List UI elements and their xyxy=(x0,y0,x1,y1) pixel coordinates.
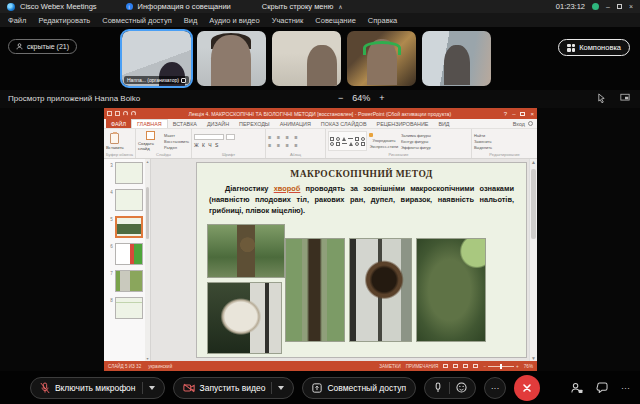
zoom-in-button[interactable]: + xyxy=(379,93,384,103)
save-icon[interactable] xyxy=(115,111,120,116)
shapes-gallery[interactable] xyxy=(328,131,367,151)
font-size-box[interactable] xyxy=(226,134,235,140)
font-format-buttons[interactable]: Ж К Ч S xyxy=(194,142,235,148)
remote-control-icon[interactable] xyxy=(597,93,606,103)
new-slide-button[interactable]: Создать слайд xyxy=(138,131,162,151)
slideshow-view-icon[interactable] xyxy=(473,364,478,368)
participant-video[interactable] xyxy=(347,31,416,86)
layout-menu[interactable]: Макет xyxy=(164,133,189,138)
menu-item-participant[interactable]: Участник xyxy=(272,16,304,25)
find-button[interactable]: Найти xyxy=(474,133,492,138)
powerpoint-window: Лекція 4. МАКРОСКОПІЧНІ ТА БІОЛОГІЧНІ МЕ… xyxy=(104,108,537,371)
minimize-button[interactable]: – xyxy=(606,3,610,10)
current-slide[interactable]: МАКРОСКОПІЧНИЙ МЕТОД Діагностику хвороб … xyxy=(196,162,527,358)
close-button[interactable]: × xyxy=(629,3,633,10)
tab-transitions[interactable]: ПЕРЕХОДЫ xyxy=(234,119,275,128)
font-name-box[interactable] xyxy=(194,134,224,140)
hidden-participants-button[interactable]: скрытые (21) xyxy=(8,39,77,54)
participant-video[interactable] xyxy=(272,31,341,86)
quick-styles-button[interactable]: Экспресс-стили xyxy=(369,144,399,149)
notes-button[interactable]: ЗАМЕТКИ xyxy=(379,364,401,369)
zoom-level[interactable]: 64% xyxy=(352,93,370,103)
menu-item-file[interactable]: Файл xyxy=(8,16,26,25)
video-options-chevron-icon[interactable] xyxy=(278,386,284,390)
meeting-timer: 01:23:12 xyxy=(556,2,585,11)
list-buttons[interactable]: ≡ ≡ ≡ ≡ xyxy=(268,134,299,140)
ribbon-group-slides: Создать слайд Макет Восстановить Раздел … xyxy=(136,129,192,158)
fullscreen-icon[interactable] xyxy=(620,93,630,103)
leave-meeting-button[interactable] xyxy=(514,375,540,401)
mic-options-chevron-icon[interactable] xyxy=(149,386,155,390)
zoom-out-button[interactable]: − xyxy=(338,93,343,103)
section-menu[interactable]: Раздел xyxy=(164,145,189,150)
normal-view-icon[interactable] xyxy=(443,364,448,368)
ppt-close-button[interactable]: × xyxy=(530,111,534,117)
slide-thumbnail-3[interactable] xyxy=(115,162,143,184)
photo-birch-canker xyxy=(349,238,412,342)
shape-fill-button[interactable]: Заливка фигуры xyxy=(401,133,431,138)
slide-title: МАКРОСКОПІЧНИЙ МЕТОД xyxy=(197,169,526,179)
menu-item-share[interactable]: Совместный доступ xyxy=(102,16,171,25)
undo-icon[interactable] xyxy=(123,111,128,116)
tab-animations[interactable]: АНИМАЦИЯ xyxy=(275,119,316,128)
tab-file[interactable]: ФАЙЛ xyxy=(106,119,131,128)
ppt-zoom-level[interactable]: 76% xyxy=(524,364,533,369)
record-icon[interactable] xyxy=(433,382,443,393)
menu-item-help[interactable]: Справка xyxy=(368,16,397,25)
maximize-button[interactable] xyxy=(617,4,622,9)
language-indicator[interactable]: украинский xyxy=(148,364,172,369)
more-options-button[interactable]: ··· xyxy=(484,377,506,399)
reset-button[interactable]: Восстановить xyxy=(164,139,189,144)
unmute-button[interactable]: Включить микрофон xyxy=(30,377,165,399)
meeting-info-label[interactable]: Информация о совещании xyxy=(138,2,231,11)
arrange-button[interactable]: Упорядочить xyxy=(369,138,399,143)
participants-panel-icon[interactable] xyxy=(570,382,583,394)
slide-counter: СЛАЙД 5 ИЗ 32 xyxy=(108,364,141,369)
slide-scrollbar[interactable]: ▲ ▼ xyxy=(529,159,537,361)
slide-thumbnail-8[interactable] xyxy=(115,297,143,319)
menu-item-audio-video[interactable]: Аудио и видео xyxy=(209,16,259,25)
slide-thumbnail-6[interactable] xyxy=(115,243,143,265)
more-panels-button[interactable]: ··· xyxy=(621,383,630,393)
ppt-maximize-button[interactable] xyxy=(520,112,525,116)
participant-video[interactable] xyxy=(197,31,266,86)
share-button[interactable]: Совместный доступ xyxy=(302,377,416,399)
slide-thumbnail-4[interactable] xyxy=(115,189,143,211)
layout-button[interactable]: Компоновка xyxy=(558,39,630,56)
participant-video-organizer[interactable]: Hanna... (организатор) xyxy=(122,31,191,86)
meeting-info-icon[interactable] xyxy=(126,3,133,10)
comments-button[interactable]: ПРИМЕЧАНИЯ xyxy=(406,364,439,369)
align-buttons[interactable]: ≡ ≡ ≡ ≡ xyxy=(268,142,299,148)
sign-in-button[interactable]: Вход xyxy=(513,119,537,128)
tab-design[interactable]: ДИЗАЙН xyxy=(202,119,234,128)
shape-effects-button[interactable]: Эффекты фигур xyxy=(401,145,431,150)
start-video-button[interactable]: Запустить видео xyxy=(173,377,295,399)
participant-video[interactable] xyxy=(422,31,491,86)
ppt-minimize-button[interactable]: – xyxy=(512,111,515,117)
tab-slideshow[interactable]: ПОКАЗ СЛАЙДОВ xyxy=(316,119,372,128)
reading-view-icon[interactable] xyxy=(463,364,468,368)
redo-icon[interactable] xyxy=(131,111,136,116)
tab-view[interactable]: ВИД xyxy=(433,119,454,128)
slide-thumbnail-5-selected[interactable] xyxy=(115,216,143,238)
sorter-view-icon[interactable] xyxy=(453,364,458,368)
slide-thumbnail-7[interactable] xyxy=(115,270,143,292)
select-button[interactable]: Выделить xyxy=(474,145,492,150)
ppt-zoom-slider[interactable]: −+ xyxy=(483,364,518,369)
replace-button[interactable]: Заменить xyxy=(474,139,492,144)
ppt-help-button[interactable]: ? xyxy=(504,111,507,117)
reactions-smiley-icon[interactable] xyxy=(456,382,467,393)
thumbnail-scrollbar[interactable]: ▴ ▾ xyxy=(145,159,150,361)
chevron-up-icon[interactable]: ∧ xyxy=(338,3,342,10)
paste-button[interactable]: Вставить xyxy=(106,131,124,151)
menu-item-meeting[interactable]: Совещание xyxy=(315,16,356,25)
hide-menu-button[interactable]: Скрыть строку меню xyxy=(262,2,334,11)
chat-panel-icon[interactable] xyxy=(596,382,608,393)
tab-home[interactable]: ГЛАВНАЯ xyxy=(131,119,168,128)
tab-insert[interactable]: ВСТАВКА xyxy=(168,119,202,128)
menu-item-edit[interactable]: Редактировать xyxy=(38,16,90,25)
menu-item-view[interactable]: Вид xyxy=(184,16,198,25)
tab-review[interactable]: РЕЦЕНЗИРОВАНИЕ xyxy=(372,119,434,128)
shape-outline-button[interactable]: Контур фигуры xyxy=(401,139,431,144)
ppt-body: 3 4 5 6 7 8 ▴ ▾ МАКРОСКОПІЧНИЙ МЕТОД Діа… xyxy=(104,159,537,361)
